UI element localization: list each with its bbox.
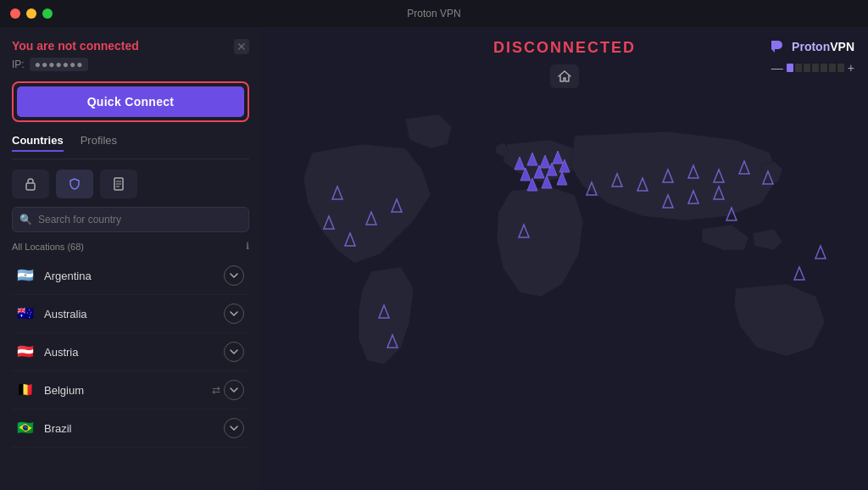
flag-austria: 🇦🇹 xyxy=(17,345,36,359)
maximize-button[interactable] xyxy=(42,8,53,19)
chevron-down-icon xyxy=(230,426,238,432)
svg-marker-37 xyxy=(763,171,773,184)
speed-control: — + xyxy=(771,61,854,75)
swap-icon[interactable]: ⇄ xyxy=(212,384,220,396)
ip-row: IP: ●●●●●●● xyxy=(12,58,249,71)
speed-bar xyxy=(787,64,844,72)
svg-marker-25 xyxy=(637,178,648,191)
title-bar: Proton VPN xyxy=(0,0,868,27)
svg-marker-15 xyxy=(553,151,563,164)
speed-minus-button[interactable]: — xyxy=(771,61,783,75)
country-list: 🇦🇷 Argentina 🇦🇺 Australia xyxy=(12,257,249,490)
expand-argentina[interactable] xyxy=(224,265,244,286)
svg-marker-33 xyxy=(726,208,737,220)
chevron-down-icon xyxy=(230,387,238,393)
speed-plus-button[interactable]: + xyxy=(848,61,854,75)
svg-marker-35 xyxy=(794,267,804,280)
search-input[interactable] xyxy=(12,207,249,232)
flag-argentina: 🇦🇷 xyxy=(17,269,36,282)
country-name-brazil: Brazil xyxy=(44,422,224,435)
svg-marker-5 xyxy=(332,187,342,199)
document-icon xyxy=(112,177,125,191)
country-name-argentina: Argentina xyxy=(44,270,224,282)
filter-all-button[interactable] xyxy=(12,170,49,198)
expand-australia[interactable] xyxy=(224,303,244,324)
sidebar: You are not connected ✕ IP: ●●●●●●● Quic… xyxy=(0,27,261,490)
locations-info-icon[interactable]: ℹ xyxy=(246,241,249,252)
tab-profiles[interactable]: Profiles xyxy=(81,134,117,152)
window-title: Proton VPN xyxy=(407,8,460,19)
expand-belgium[interactable] xyxy=(224,380,244,400)
close-button[interactable] xyxy=(10,8,20,19)
filter-icons xyxy=(12,170,249,198)
svg-marker-11 xyxy=(387,335,398,348)
proton-brand: Proton xyxy=(792,40,830,53)
speed-segment-3 xyxy=(804,64,810,72)
connection-status-label: You are not connected xyxy=(12,39,139,53)
world-map: .land { fill: #252535; stroke: #1a1a2a; … xyxy=(261,78,868,490)
tabs: Countries Profiles xyxy=(12,134,249,159)
lock-icon xyxy=(24,177,37,191)
locations-label: All Locations (68) xyxy=(12,242,84,252)
connection-status-row: You are not connected ✕ xyxy=(12,39,249,54)
search-wrapper: 🔍 xyxy=(12,207,249,232)
country-item-austria[interactable]: 🇦🇹 Austria xyxy=(12,333,249,371)
filter-tor-button[interactable] xyxy=(100,170,137,198)
svg-marker-22 xyxy=(557,172,567,185)
quick-connect-button[interactable]: Quick Connect xyxy=(17,86,244,117)
svg-marker-28 xyxy=(714,170,724,182)
flag-brazil: 🇧🇷 xyxy=(17,421,36,435)
ip-label: IP: xyxy=(12,58,25,70)
svg-marker-12 xyxy=(515,157,525,170)
window-controls[interactable] xyxy=(10,8,53,19)
svg-marker-34 xyxy=(519,225,529,237)
close-panel-button[interactable]: ✕ xyxy=(234,39,249,54)
speed-segment-2 xyxy=(795,64,802,72)
svg-marker-10 xyxy=(379,305,389,318)
vpn-markers-svg xyxy=(261,78,868,490)
speed-segment-7 xyxy=(837,64,844,72)
svg-marker-27 xyxy=(688,165,698,178)
svg-marker-7 xyxy=(345,233,355,246)
country-actions-belgium: ⇄ xyxy=(212,380,244,400)
country-item-belgium[interactable]: 🇧🇪 Belgium ⇄ xyxy=(12,371,249,409)
svg-marker-32 xyxy=(714,187,724,199)
shield-icon xyxy=(68,177,81,191)
country-actions-argentina xyxy=(224,265,244,286)
search-icon: 🔍 xyxy=(19,214,32,226)
svg-marker-31 xyxy=(688,191,698,203)
country-name-australia: Australia xyxy=(44,308,224,320)
locations-header: All Locations (68) ℹ xyxy=(12,241,249,252)
main-layout: You are not connected ✕ IP: ●●●●●●● Quic… xyxy=(0,27,868,490)
country-name-belgium: Belgium xyxy=(44,384,212,397)
ip-value: ●●●●●●● xyxy=(30,58,89,71)
country-actions-austria xyxy=(224,342,244,362)
minimize-button[interactable] xyxy=(26,8,36,19)
proton-logo-icon xyxy=(768,37,787,56)
filter-secure-button[interactable] xyxy=(56,170,93,198)
country-item-brazil[interactable]: 🇧🇷 Brazil xyxy=(12,409,249,448)
proton-product: VPN xyxy=(830,40,854,53)
speed-segment-6 xyxy=(829,64,836,72)
svg-marker-29 xyxy=(739,161,749,174)
country-name-austria: Austria xyxy=(44,346,224,359)
quick-connect-wrapper: Quick Connect xyxy=(12,81,249,122)
map-area: DISCONNECTED ProtonVPN — xyxy=(261,27,868,490)
svg-marker-8 xyxy=(324,216,334,229)
country-actions-australia xyxy=(224,303,244,324)
speed-segment-5 xyxy=(821,64,827,72)
expand-austria[interactable] xyxy=(224,342,244,362)
speed-segment-1 xyxy=(787,64,793,72)
svg-marker-6 xyxy=(366,212,376,225)
svg-marker-14 xyxy=(540,155,550,168)
country-actions-brazil xyxy=(224,418,244,438)
tab-countries[interactable]: Countries xyxy=(12,134,64,152)
expand-brazil[interactable] xyxy=(224,418,244,438)
svg-rect-0 xyxy=(26,183,35,190)
svg-marker-26 xyxy=(663,170,673,182)
disconnected-label: DISCONNECTED xyxy=(493,39,636,57)
svg-marker-24 xyxy=(612,174,622,187)
svg-marker-13 xyxy=(527,153,537,165)
country-item-australia[interactable]: 🇦🇺 Australia xyxy=(12,295,249,333)
country-item-argentina[interactable]: 🇦🇷 Argentina xyxy=(12,257,249,295)
